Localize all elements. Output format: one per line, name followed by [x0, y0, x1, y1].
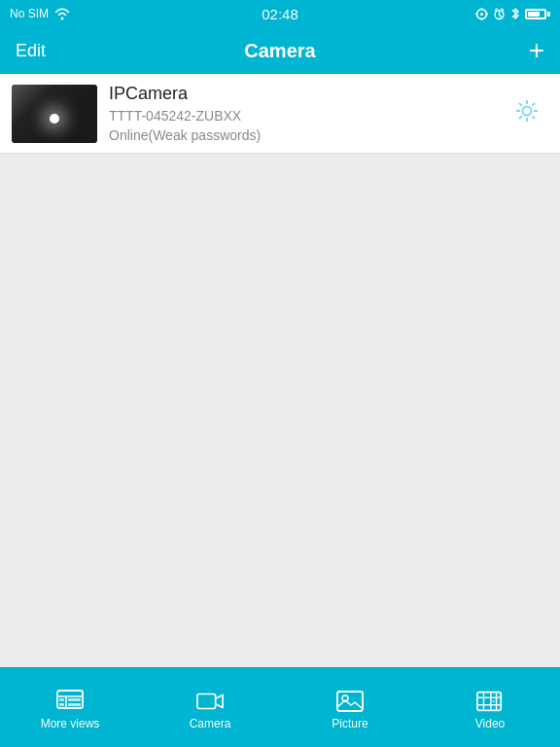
svg-rect-28 — [337, 692, 363, 711]
svg-rect-25 — [59, 703, 64, 706]
svg-rect-26 — [68, 703, 81, 706]
svg-line-9 — [496, 9, 498, 11]
no-sim-label: No SIM — [10, 7, 49, 20]
svg-rect-30 — [477, 692, 501, 710]
status-right — [475, 7, 550, 20]
status-bar: No SIM 02:48 — [0, 0, 560, 27]
wifi-icon — [54, 8, 70, 20]
camera-thumbnail — [12, 85, 97, 143]
camera-item[interactable]: IPCamera TTTT-045242-ZUBXX Online(Weak p… — [0, 74, 560, 153]
battery-icon — [525, 9, 550, 19]
tab-bar: More views Camera Picture Video — [0, 667, 560, 747]
more-views-icon — [56, 690, 84, 713]
camera-label: Camera — [190, 717, 231, 730]
tab-camera[interactable]: Camera — [140, 680, 280, 736]
camera-tab-icon — [196, 690, 224, 713]
picture-icon — [336, 690, 364, 713]
svg-line-16 — [519, 102, 522, 105]
svg-line-8 — [500, 15, 502, 17]
nav-bar: Edit Camera + — [0, 27, 560, 74]
svg-point-11 — [523, 106, 532, 115]
camera-name: IPCamera — [109, 84, 494, 104]
picture-label: Picture — [332, 717, 368, 730]
edit-button[interactable]: Edit — [16, 41, 46, 61]
camera-settings-button[interactable] — [506, 89, 548, 138]
svg-rect-27 — [197, 694, 216, 708]
video-icon — [476, 690, 504, 713]
location-icon — [475, 8, 488, 20]
svg-rect-23 — [59, 698, 64, 701]
svg-line-17 — [532, 116, 535, 119]
camera-list: IPCamera TTTT-045242-ZUBXX Online(Weak p… — [0, 74, 560, 154]
svg-rect-24 — [68, 698, 81, 701]
main-content — [0, 154, 560, 669]
tab-more-views[interactable]: More views — [0, 680, 140, 736]
tab-picture[interactable]: Picture — [280, 680, 420, 736]
video-label: Video — [475, 717, 505, 730]
gear-icon — [513, 97, 541, 124]
add-camera-button[interactable]: + — [529, 37, 544, 64]
svg-marker-36 — [493, 700, 496, 702]
svg-line-18 — [532, 102, 535, 105]
svg-line-19 — [519, 116, 522, 119]
camera-status: Online(Weak passwords) — [109, 127, 494, 143]
camera-id: TTTT-045242-ZUBXX — [109, 108, 494, 124]
svg-line-10 — [502, 9, 504, 11]
tab-video[interactable]: Video — [420, 680, 560, 736]
status-left: No SIM — [10, 7, 70, 20]
camera-info: IPCamera TTTT-045242-ZUBXX Online(Weak p… — [97, 84, 506, 143]
alarm-icon — [493, 8, 506, 20]
camera-thumb-image — [12, 85, 97, 143]
bluetooth-icon — [510, 7, 520, 20]
more-views-label: More views — [41, 717, 100, 730]
page-title: Camera — [244, 40, 315, 62]
svg-point-1 — [480, 13, 483, 16]
status-time: 02:48 — [262, 6, 298, 22]
